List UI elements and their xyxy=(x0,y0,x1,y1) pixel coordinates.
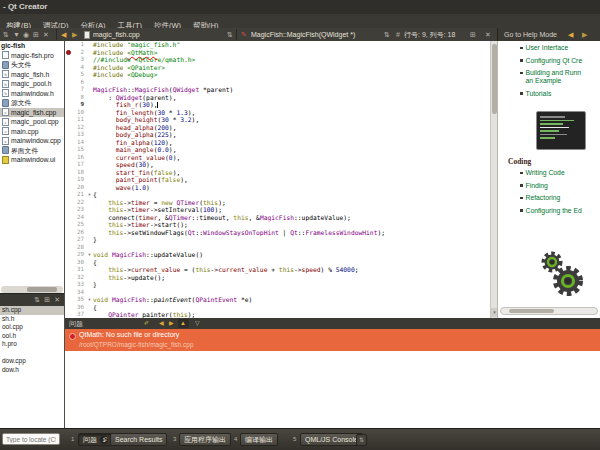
breakpoint-gutter[interactable] xyxy=(65,236,73,244)
breakpoint-gutter[interactable] xyxy=(65,131,73,139)
split-editor-icon[interactable]: ⊞ xyxy=(470,28,476,41)
fold-marker-icon[interactable] xyxy=(86,64,93,72)
breakpoint-gutter[interactable] xyxy=(65,221,73,229)
fold-marker-icon[interactable]: ▾ xyxy=(86,191,93,199)
fold-marker-icon[interactable] xyxy=(86,214,93,222)
fold-marker-icon[interactable] xyxy=(86,229,93,237)
tree-item[interactable]: hmagic_fish.h xyxy=(0,70,64,80)
next-issue-icon[interactable]: ▶ xyxy=(169,318,174,329)
fold-marker-icon[interactable] xyxy=(86,176,93,184)
breakpoint-gutter[interactable] xyxy=(65,244,73,252)
file-dropdown-arrows-icon[interactable]: ⇅ xyxy=(227,28,233,41)
help-screenshot-thumbnail[interactable] xyxy=(536,111,586,150)
breakpoint-gutter[interactable] xyxy=(65,274,73,282)
tree-item[interactable]: mainwindow.ui xyxy=(0,155,64,165)
output-pane-button[interactable]: Search Results xyxy=(110,433,167,446)
open-document-item[interactable]: sh.h xyxy=(0,315,64,324)
tree-item[interactable]: 源文件 xyxy=(0,98,64,108)
breakpoint-gutter[interactable] xyxy=(65,146,73,154)
symbol-dropdown-arrows-icon[interactable]: ⇅ xyxy=(384,28,390,41)
open-document-item[interactable]: ool.h xyxy=(0,332,64,341)
breakpoint-gutter[interactable] xyxy=(65,79,73,87)
fold-marker-icon[interactable] xyxy=(86,41,93,49)
fold-marker-icon[interactable] xyxy=(86,161,93,169)
tree-item[interactable]: gic-fish xyxy=(0,41,64,51)
open-document-item[interactable] xyxy=(0,349,64,358)
help-topic-link[interactable]: Configuring the Ed xyxy=(526,207,582,215)
filter-icon[interactable]: ▼ xyxy=(13,28,20,41)
code-editor[interactable]: 1#include "magic_fish.h"2#include <QtMat… xyxy=(65,41,490,318)
breakpoint-gutter[interactable] xyxy=(65,296,73,304)
help-back-icon[interactable]: ◀ xyxy=(568,28,573,41)
breakpoint-gutter[interactable] xyxy=(65,199,73,207)
open-document-item[interactable]: sh.cpp xyxy=(0,306,64,315)
output-pane-button[interactable]: 应用程序输出 xyxy=(179,433,231,446)
fold-marker-icon[interactable] xyxy=(86,109,93,117)
breakpoint-gutter[interactable] xyxy=(65,109,73,117)
breakpoint-gutter[interactable] xyxy=(65,41,73,49)
tree-item[interactable]: magic-fish.pro xyxy=(0,51,64,61)
fold-marker-icon[interactable] xyxy=(86,139,93,147)
breakpoint-gutter[interactable] xyxy=(65,56,73,64)
breakpoint-gutter[interactable] xyxy=(65,49,73,57)
breakpoint-gutter[interactable] xyxy=(65,86,73,94)
fold-marker-icon[interactable] xyxy=(86,274,93,282)
fold-marker-icon[interactable] xyxy=(86,199,93,207)
project-tree-hscrollbar[interactable] xyxy=(1,286,63,293)
show-warnings-icon[interactable]: ▲ xyxy=(180,318,186,329)
help-topic-link[interactable]: Building and Runnan Example xyxy=(526,69,582,85)
breakpoint-gutter[interactable] xyxy=(65,259,73,267)
open-documents-list[interactable]: sh.cppsh.hool.cppool.hh.prodow.cppdow.h xyxy=(0,306,64,428)
help-topic-link[interactable]: Refactoring xyxy=(526,194,561,202)
fold-marker-icon[interactable] xyxy=(86,146,93,154)
breakpoint-gutter[interactable] xyxy=(65,251,73,259)
open-document-item[interactable]: ool.cpp xyxy=(0,323,64,332)
fold-marker-icon[interactable] xyxy=(86,281,93,289)
fold-marker-icon[interactable] xyxy=(86,116,93,124)
close-icon[interactable]: ✕ xyxy=(43,28,49,41)
breakpoint-gutter[interactable] xyxy=(65,229,73,237)
open-file-dropdown[interactable]: magic_fish.cpp xyxy=(93,28,223,41)
project-tree[interactable]: gic-fishmagic-fish.pro头文件hmagic_fish.hhm… xyxy=(0,41,64,286)
breakpoint-gutter[interactable] xyxy=(65,311,73,318)
breakpoint-gutter[interactable] xyxy=(65,139,73,147)
clean-issues-icon[interactable]: ✐ xyxy=(144,318,149,329)
fold-marker-icon[interactable] xyxy=(86,304,93,312)
breakpoint-gutter[interactable] xyxy=(65,101,73,109)
fold-marker-icon[interactable] xyxy=(86,49,93,57)
tree-item[interactable]: cmain.cpp xyxy=(0,127,64,137)
fold-marker-icon[interactable] xyxy=(86,244,93,252)
tree-item[interactable]: cmainwindow.cpp xyxy=(0,136,64,146)
fold-marker-icon[interactable] xyxy=(86,86,93,94)
locator-input[interactable] xyxy=(2,433,60,445)
tree-item[interactable]: hmagic_pool.h xyxy=(0,79,64,89)
output-pane-button[interactable]: 编译输出 xyxy=(240,433,278,446)
output-pane-menu-icon[interactable]: ⇅ xyxy=(356,434,367,446)
fold-marker-icon[interactable] xyxy=(86,56,93,64)
breakpoint-gutter[interactable] xyxy=(65,116,73,124)
help-topic-link[interactable]: Writing Code xyxy=(526,169,565,177)
window-titlebar[interactable]: - Qt Creator xyxy=(0,0,600,14)
breakpoint-gutter[interactable] xyxy=(65,289,73,297)
fold-marker-icon[interactable] xyxy=(86,124,93,132)
fold-marker-icon[interactable] xyxy=(86,266,93,274)
help-topic-link[interactable]: Finding xyxy=(526,182,548,190)
sync-with-editor-icon[interactable]: ◉ xyxy=(23,28,29,41)
breakpoint-gutter[interactable] xyxy=(65,124,73,132)
hash-icon[interactable]: # xyxy=(396,28,400,41)
breakpoint-gutter[interactable] xyxy=(65,214,73,222)
open-document-item[interactable]: h.pro xyxy=(0,340,64,349)
fold-marker-icon[interactable]: ▾ xyxy=(86,251,93,259)
breakpoint-gutter[interactable] xyxy=(65,191,73,199)
fold-marker-icon[interactable] xyxy=(86,71,93,79)
breakpoint-gutter[interactable] xyxy=(65,71,73,79)
breakpoint-gutter[interactable] xyxy=(65,169,73,177)
fold-marker-icon[interactable] xyxy=(86,131,93,139)
combo-arrows-icon[interactable]: ⇅ xyxy=(3,28,9,41)
tree-item[interactable]: 界面文件 xyxy=(0,146,64,156)
tree-item[interactable]: hmainwindow.h xyxy=(0,89,64,99)
breakpoint-gutter[interactable] xyxy=(65,184,73,192)
tree-item[interactable]: cmagic_fish.cpp xyxy=(0,108,64,118)
open-document-item[interactable]: dow.h xyxy=(0,366,64,375)
split-icon[interactable]: ⊞ xyxy=(33,28,39,41)
